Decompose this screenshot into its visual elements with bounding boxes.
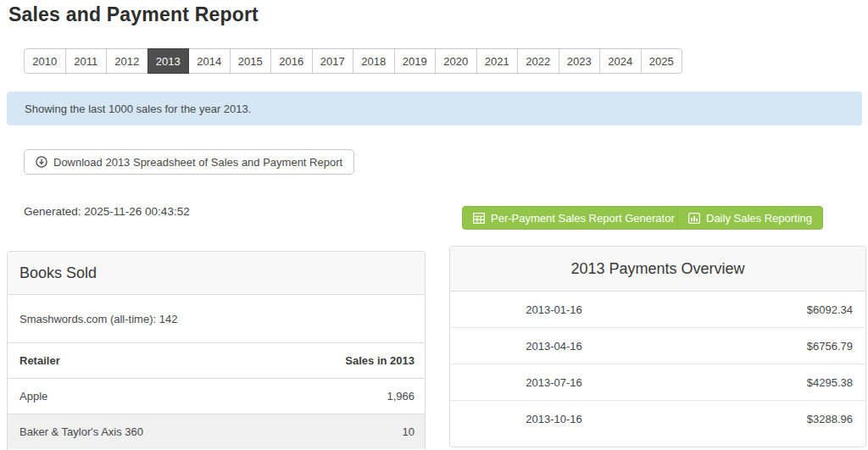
daily-sales-reporting-button[interactable]: Daily Sales Reporting (677, 206, 823, 230)
payment-amount: $4295.38 (658, 376, 865, 389)
download-button-label: Download 2013 Spreadsheet of Sales and P… (53, 156, 342, 169)
payment-amount: $3288.96 (658, 413, 865, 425)
payment-row: 2013-04-16 $6756.79 (450, 328, 865, 364)
payment-row: 2013-10-16 $3288.96 (450, 401, 865, 437)
retailer-sales-table: Retailer Sales in 2013 Apple 1,966 Baker… (8, 343, 425, 449)
year-tab-2021[interactable]: 2021 (476, 48, 519, 74)
smashwords-alltime-summary: Smashwords.com (all-time): 142 (8, 295, 425, 343)
year-tab-group: 2010 2011 2012 2013 2014 2015 2016 2017 … (24, 48, 682, 74)
payment-amount: $6756.79 (658, 340, 865, 353)
table-row: Baker & Taylor's Axis 360 10 (8, 414, 425, 450)
year-tab-2018[interactable]: 2018 (353, 48, 395, 74)
payments-overview-title: 2013 Payments Overview (450, 247, 865, 292)
per-payment-report-button[interactable]: Per-Payment Sales Report Generator (462, 206, 686, 230)
payments-overview-panel: 2013 Payments Overview 2013-01-16 $6092.… (449, 246, 866, 447)
table-row: Apple 1,966 (8, 379, 425, 414)
year-tab-2024[interactable]: 2024 (599, 48, 642, 74)
payment-row: 2013-01-16 $6092.34 (450, 292, 865, 328)
year-tab-2025[interactable]: 2025 (641, 48, 683, 74)
page-title: Sales and Payment Report (8, 3, 259, 26)
year-tab-2014[interactable]: 2014 (188, 48, 231, 74)
year-tab-2016[interactable]: 2016 (270, 48, 313, 74)
table-icon (473, 213, 485, 224)
daily-sales-button-label: Daily Sales Reporting (706, 212, 812, 225)
table-header-row: Retailer Sales in 2013 (8, 343, 425, 379)
download-spreadsheet-button[interactable]: Download 2013 Spreadsheet of Sales and P… (24, 149, 354, 175)
year-tab-2022[interactable]: 2022 (517, 48, 559, 74)
payment-date-link[interactable]: 2013-10-16 (450, 413, 658, 425)
payment-date-link[interactable]: 2013-07-16 (450, 376, 658, 389)
payment-row: 2013-07-16 $4295.38 (450, 364, 865, 401)
generated-timestamp: Generated: 2025-11-26 00:43:52 (24, 205, 190, 218)
per-payment-button-label: Per-Payment Sales Report Generator (491, 212, 675, 225)
retailer-sales-value: 10 (264, 414, 425, 450)
year-tab-2023[interactable]: 2023 (559, 48, 601, 74)
year-tab-2013[interactable]: 2013 (147, 48, 190, 74)
year-tab-2011[interactable]: 2011 (65, 48, 108, 74)
year-tab-2020[interactable]: 2020 (435, 48, 477, 74)
retailer-column-header: Retailer (8, 343, 264, 379)
retailer-sales-value: 1,966 (264, 379, 425, 414)
retailer-name: Baker & Taylor's Axis 360 (8, 414, 264, 450)
bar-chart-icon (688, 213, 700, 224)
payment-amount: $6092.34 (658, 303, 865, 316)
year-tab-2015[interactable]: 2015 (230, 48, 272, 74)
books-sold-panel-title: Books Sold (8, 252, 425, 295)
books-sold-panel: Books Sold Smashwords.com (all-time): 14… (7, 251, 426, 450)
sales-column-header: Sales in 2013 (264, 343, 425, 379)
payment-date-link[interactable]: 2013-01-16 (450, 303, 658, 316)
info-alert-text: Showing the last 1000 sales for the year… (25, 103, 251, 115)
info-alert: Showing the last 1000 sales for the year… (7, 92, 862, 125)
year-tab-2017[interactable]: 2017 (312, 48, 354, 74)
year-tab-2010[interactable]: 2010 (24, 48, 66, 74)
year-tab-2012[interactable]: 2012 (106, 48, 148, 74)
download-icon (36, 156, 47, 168)
retailer-name: Apple (8, 379, 264, 414)
year-tab-2019[interactable]: 2019 (394, 48, 437, 74)
payment-date-link[interactable]: 2013-04-16 (450, 340, 658, 353)
